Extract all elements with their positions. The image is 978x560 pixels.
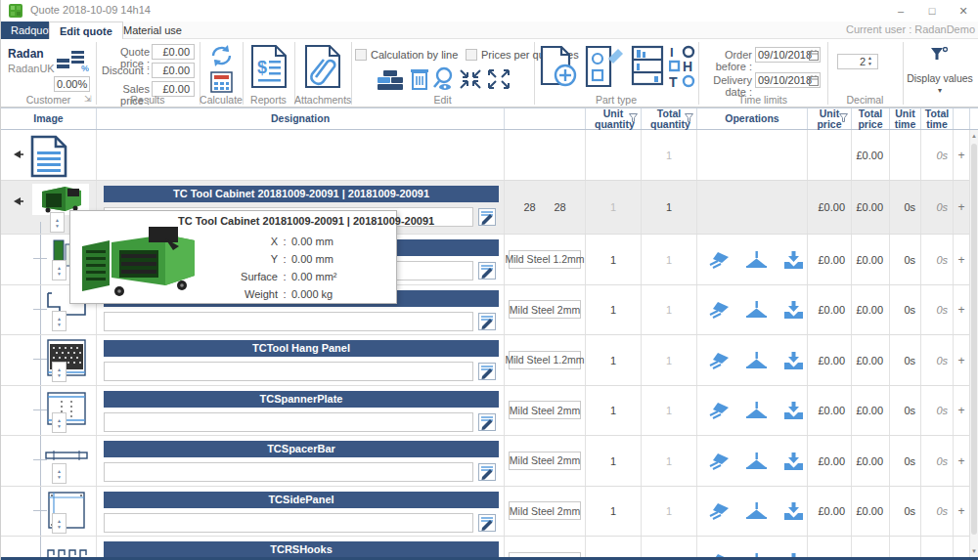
material-field[interactable]: Mild Steel 2mm [509, 300, 581, 319]
reports-icon[interactable]: $ [250, 44, 288, 89]
display-values-filter-icon[interactable] [930, 47, 948, 62]
fold-operation-icon[interactable] [783, 251, 804, 269]
cut-operation-icon[interactable] [709, 452, 730, 470]
header-unit-time[interactable]: Unit time [890, 108, 921, 129]
add-operation-button[interactable]: + [954, 386, 970, 435]
recalculate-icon[interactable] [208, 43, 235, 68]
filter-icon[interactable] [629, 113, 638, 122]
bend-operation-icon[interactable] [746, 251, 767, 269]
edit-designation-icon[interactable] [478, 262, 496, 280]
designation-header[interactable]: TCTool Hang Panel [104, 340, 499, 357]
collapse-arrow-icon[interactable] [14, 197, 23, 205]
designation-input[interactable] [104, 312, 473, 331]
fold-operation-icon[interactable] [783, 402, 804, 419]
edit-designation-icon[interactable] [478, 363, 496, 380]
display-values-caret-icon[interactable]: ▾ [903, 86, 977, 95]
add-operation-button[interactable]: + [954, 130, 970, 180]
add-operation-button[interactable]: + [954, 436, 970, 486]
standard-parts-icon[interactable]: I H T [669, 45, 696, 88]
quantity-stepper[interactable]: ▲▼ [52, 412, 67, 433]
edit-designation-icon[interactable] [478, 208, 496, 226]
material-field[interactable]: Mild Steel 1.2mm [509, 250, 581, 269]
delete-icon[interactable] [411, 67, 428, 90]
header-operations[interactable]: Operations [697, 108, 808, 129]
customer-discount-field[interactable]: 0.00% [54, 76, 90, 92]
customer-dialog-launcher-icon[interactable]: ⇲ [84, 94, 92, 104]
add-operation-button[interactable]: + [954, 335, 970, 385]
designation-header[interactable]: TC Tool Cabinet 20181009-20091 | 2018100… [104, 186, 499, 202]
table-row-part[interactable]: ▲▼ TCTool Hang Panel Mild Steel 1.2mm 1 … [1, 335, 978, 386]
add-operation-button[interactable]: + [954, 285, 970, 334]
delivery-calendar-icon[interactable] [809, 75, 819, 86]
material-field[interactable]: Mild Steel 1.2mm [509, 351, 581, 369]
designation-input[interactable] [104, 412, 473, 432]
preview-icon[interactable] [431, 66, 455, 91]
add-operation-button[interactable]: + [954, 487, 970, 536]
edit-designation-icon[interactable] [478, 463, 496, 481]
collapse-all-icon[interactable] [459, 68, 482, 90]
group-label-reports[interactable]: Reports [243, 94, 294, 106]
close-button[interactable]: ✕ [948, 0, 978, 22]
edit-designation-icon[interactable] [478, 313, 496, 330]
bricks-icon[interactable] [376, 68, 405, 90]
discount-field[interactable]: £0.00 [152, 63, 195, 78]
filter-icon[interactable] [685, 113, 693, 122]
designation-input[interactable] [104, 513, 473, 533]
material-field[interactable]: Mild Steel 2mm [509, 401, 581, 419]
designation-header[interactable]: TCSpacerBar [104, 441, 499, 457]
quantity-stepper[interactable]: ▲▼ [52, 260, 67, 280]
header-unit-price[interactable]: Unit price [808, 108, 852, 129]
material-field[interactable]: Mild Steel 2mm [509, 501, 581, 520]
display-values-label[interactable]: Display values [903, 72, 977, 84]
designation-input[interactable] [104, 362, 473, 381]
header-designation[interactable]: Designation [97, 108, 505, 129]
cut-operation-icon[interactable] [709, 352, 730, 369]
scrollbar-thumb[interactable] [971, 144, 977, 535]
expand-all-icon[interactable] [487, 68, 511, 90]
header-total-price[interactable]: Total price [852, 108, 890, 129]
cut-operation-icon[interactable] [709, 251, 730, 269]
bend-operation-icon[interactable] [746, 301, 767, 319]
edit-designation-icon[interactable] [478, 413, 496, 431]
table-row-part[interactable]: ▲▼ TCSidePanel Mild Steel 2mm 1 1 [1, 487, 978, 537]
quote-price-field[interactable]: £0.00 [152, 44, 195, 60]
group-label-attachments[interactable]: Attachments [294, 94, 351, 106]
calculation-by-line-checkbox[interactable] [355, 49, 367, 61]
maximize-button[interactable]: □ [916, 0, 948, 22]
collapse-arrow-icon[interactable] [14, 151, 23, 158]
header-material[interactable] [505, 108, 586, 129]
scroll-up-button[interactable]: ▲ [970, 130, 978, 142]
designation-header[interactable]: TCSidePanel [104, 492, 499, 508]
bend-operation-icon[interactable] [746, 402, 767, 419]
prices-per-quantities-checkbox[interactable] [466, 49, 477, 61]
designation-header[interactable]: TCRSHooks [104, 541, 499, 558]
cut-operation-icon[interactable] [709, 502, 730, 520]
table-row-quote[interactable]: 1 £0.00 0s + [1, 130, 978, 181]
part-thumbnail[interactable] [44, 450, 89, 461]
edit-designation-icon[interactable] [478, 514, 496, 532]
vertical-scrollbar[interactable]: ▲ ▼ [969, 130, 978, 557]
edit-part-icon[interactable] [585, 45, 624, 88]
designation-header[interactable]: TCSpannerPlate [104, 391, 499, 408]
header-image[interactable]: Image [1, 108, 97, 129]
quantity-stepper[interactable]: ▲▼ [52, 362, 67, 382]
cut-operation-icon[interactable] [709, 402, 730, 419]
quantity-stepper[interactable]: ▲▼ [52, 463, 67, 484]
tab-edit-quote[interactable]: Edit quote [49, 22, 123, 39]
material-field[interactable]: Mild Steel 2mm [509, 452, 581, 470]
minimize-button[interactable]: – [885, 0, 916, 22]
fold-operation-icon[interactable] [783, 452, 804, 470]
attachments-icon[interactable] [304, 44, 341, 89]
assembly-cabinet-icon[interactable] [631, 45, 664, 88]
calculator-icon[interactable] [210, 71, 233, 93]
scroll-down-button[interactable]: ▼ [970, 545, 978, 557]
fold-operation-icon[interactable] [783, 352, 804, 369]
quantity-stepper[interactable]: ▲▼ [52, 311, 67, 331]
table-row-part[interactable]: ▲▼ TCSpacerBar Mild Steel 2mm 1 1 [1, 436, 978, 487]
quantity-stepper[interactable]: ▲▼ [52, 513, 67, 534]
quantity-stepper[interactable]: ▲▼ [50, 212, 65, 233]
group-label-calculate[interactable]: Calculate [200, 94, 243, 106]
bend-operation-icon[interactable] [746, 352, 767, 369]
designation-input[interactable] [104, 462, 473, 482]
header-unit-quantity[interactable]: Unit quantity [586, 108, 642, 129]
